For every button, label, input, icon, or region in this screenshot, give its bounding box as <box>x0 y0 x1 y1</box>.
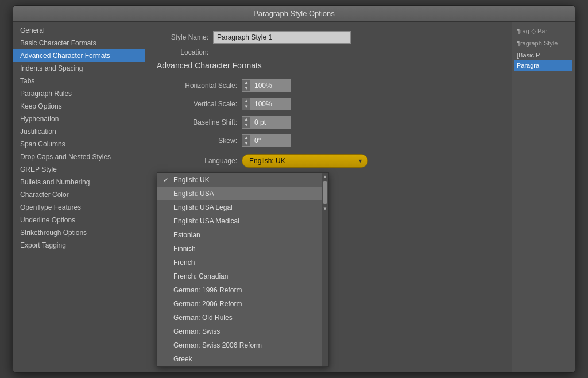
horizontal-scale-label: Horizontal Scale: <box>157 82 237 90</box>
dropdown-list: ✓English: UKEnglish: USAEnglish: USA Leg… <box>157 173 322 366</box>
vertical-scale-input[interactable] <box>250 98 291 110</box>
main-content: Style Name: Location: Advanced Character… <box>145 22 512 372</box>
horizontal-scale-down-arrow[interactable]: ▼ <box>242 86 250 91</box>
skew-label: Skew: <box>157 137 237 145</box>
dropdown-item-english-uk[interactable]: ✓English: UK <box>157 173 322 187</box>
baseline-shift-up-arrow[interactable]: ▲ <box>242 117 250 122</box>
right-panel: ¶rag ◇ Par ¶ragraph Style [Basic P Parag… <box>512 22 575 372</box>
sidebar-item-character-color[interactable]: Character Color <box>13 188 145 201</box>
horizontal-scale-input[interactable] <box>250 79 291 92</box>
baseline-shift-spinner: ▲ ▼ <box>242 116 291 129</box>
vertical-scale-spinner: ▲ ▼ <box>242 98 291 110</box>
dropdown-item-german-swiss[interactable]: German: Swiss <box>157 325 322 338</box>
skew-input[interactable] <box>250 134 291 147</box>
dropdown-item-german-1996-reform[interactable]: German: 1996 Reform <box>157 283 322 297</box>
dropdown-item-german-2006-reform[interactable]: German: 2006 Reform <box>157 297 322 311</box>
scrollbar-up-arrow[interactable]: ▲ <box>322 173 328 180</box>
dropdown-item-german-old-rules[interactable]: German: Old Rules <box>157 311 322 325</box>
dropdown-item-english-usa-medical[interactable]: English: USA Medical <box>157 214 322 228</box>
dropdown-item-finnish[interactable]: Finnish <box>157 242 322 256</box>
baseline-shift-down-arrow[interactable]: ▼ <box>242 122 250 128</box>
dropdown-item-greek[interactable]: Greek <box>157 352 322 366</box>
baseline-shift-arrows[interactable]: ▲ ▼ <box>242 116 250 129</box>
sidebar-item-opentype-features[interactable]: OpenType Features <box>13 201 145 214</box>
vertical-scale-row: Vertical Scale: ▲ ▼ <box>157 98 500 110</box>
scrollbar-down-arrow[interactable]: ▼ <box>322 205 328 212</box>
horizontal-scale-row: Horizontal Scale: ▲ ▼ <box>157 79 500 92</box>
sidebar-item-span-columns[interactable]: Span Columns <box>13 138 145 151</box>
skew-arrows[interactable]: ▲ ▼ <box>242 134 250 147</box>
sidebar-item-indents-and-spacing[interactable]: Indents and Spacing <box>13 62 145 75</box>
dropdown-item-english-usa[interactable]: English: USA <box>157 187 322 200</box>
skew-down-arrow[interactable]: ▼ <box>242 141 250 146</box>
sidebar-item-grep-style[interactable]: GREP Style <box>13 163 145 176</box>
dropdown-item-estonian[interactable]: Estonian <box>157 228 322 242</box>
sidebar-item-drop-caps-and-nested-styles[interactable]: Drop Caps and Nested Styles <box>13 151 145 163</box>
baseline-shift-label: Baseline Shift: <box>157 118 237 126</box>
right-panel-header2: ¶ragraph Style <box>514 38 572 48</box>
baseline-shift-input[interactable] <box>250 116 291 129</box>
sidebar-item-underline-options[interactable]: Underline Options <box>13 214 145 226</box>
skew-spinner: ▲ ▼ <box>242 134 291 147</box>
right-panel-header1: ¶rag ◇ Par <box>514 26 572 36</box>
horizontal-scale-spinner: ▲ ▼ <box>242 79 291 92</box>
dropdown-item-french-canadian[interactable]: French: Canadian <box>157 269 322 283</box>
dropdown-scrollbar-container: ✓English: UKEnglish: USAEnglish: USA Leg… <box>157 173 328 366</box>
section-title: Advanced Character Formats <box>157 61 500 70</box>
language-dropdown: ✓English: UKEnglish: USAEnglish: USA Leg… <box>157 172 329 367</box>
baseline-shift-row: Baseline Shift: ▲ ▼ <box>157 116 500 129</box>
horizontal-scale-arrows[interactable]: ▲ ▼ <box>242 79 250 92</box>
dropdown-item-english-usa-legal[interactable]: English: USA Legal <box>157 200 322 214</box>
sidebar-item-advanced-character-formats[interactable]: Advanced Character Formats <box>13 49 145 62</box>
sidebar-item-basic-character-formats[interactable]: Basic Character Formats <box>13 37 145 49</box>
sidebar-item-bullets-and-numbering[interactable]: Bullets and Numbering <box>13 176 145 188</box>
sidebar-item-justification[interactable]: Justification <box>13 125 145 138</box>
style-name-row: Style Name: <box>157 31 500 44</box>
sidebar-item-tabs[interactable]: Tabs <box>13 75 145 87</box>
skew-up-arrow[interactable]: ▲ <box>242 135 250 141</box>
language-row: Language: English: UK ✓English: UKEnglis… <box>157 154 500 168</box>
style-name-label: Style Name: <box>157 33 208 41</box>
location-label: Location: <box>157 48 208 56</box>
scrollbar-thumb[interactable] <box>323 181 327 204</box>
sidebar-item-general[interactable]: General <box>13 24 145 37</box>
sidebar-item-keep-options[interactable]: Keep Options <box>13 100 145 113</box>
style-name-input[interactable] <box>213 31 351 44</box>
vertical-scale-label: Vertical Scale: <box>157 100 237 108</box>
sidebar-item-strikethrough-options[interactable]: Strikethrough Options <box>13 226 145 239</box>
language-dropdown-button[interactable]: English: UK <box>242 154 368 168</box>
language-label: Language: <box>157 157 237 165</box>
vertical-scale-down-arrow[interactable]: ▼ <box>242 104 250 110</box>
language-dropdown-value: English: UK <box>249 157 285 165</box>
dropdown-item-german-swiss-2006-reform[interactable]: German: Swiss 2006 Reform <box>157 338 322 352</box>
window-title: Paragraph Style Options <box>253 9 335 18</box>
vertical-scale-up-arrow[interactable]: ▲ <box>242 98 250 104</box>
paragraph-style-options-window: Paragraph Style Options GeneralBasic Cha… <box>13 5 575 373</box>
skew-row: Skew: ▲ ▼ <box>157 134 500 147</box>
location-row: Location: <box>157 48 500 56</box>
titlebar: Paragraph Style Options <box>13 6 575 22</box>
right-panel-item1[interactable]: [Basic P <box>514 50 572 60</box>
vertical-scale-arrows[interactable]: ▲ ▼ <box>242 98 250 110</box>
dropdown-item-french[interactable]: French <box>157 256 322 269</box>
sidebar-item-paragraph-rules[interactable]: Paragraph Rules <box>13 87 145 100</box>
dropdown-scrollbar[interactable]: ▲ ▼ <box>322 173 328 366</box>
horizontal-scale-up-arrow[interactable]: ▲ <box>242 80 250 86</box>
window-body: GeneralBasic Character FormatsAdvanced C… <box>13 22 575 372</box>
sidebar-item-export-tagging[interactable]: Export Tagging <box>13 239 145 252</box>
sidebar: GeneralBasic Character FormatsAdvanced C… <box>13 22 145 372</box>
right-panel-item2[interactable]: Paragra <box>514 60 572 71</box>
sidebar-item-hyphenation[interactable]: Hyphenation <box>13 113 145 125</box>
